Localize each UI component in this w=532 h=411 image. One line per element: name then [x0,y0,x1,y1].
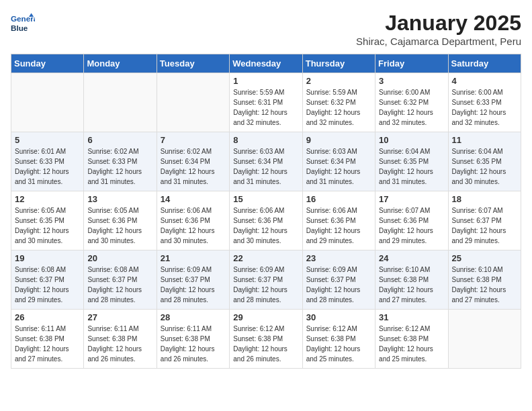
calendar-cell: 29 Sunrise: 6:12 AMSunset: 6:38 PMDaylig… [230,310,302,369]
calendar-table: SundayMondayTuesdayWednesdayThursdayFrid… [11,54,521,369]
day-detail: Sunrise: 6:04 AMSunset: 6:35 PMDaylight:… [452,146,517,187]
calendar-cell: 24 Sunrise: 6:10 AMSunset: 6:38 PMDaylig… [375,250,448,310]
calendar-cell: 8 Sunrise: 6:03 AMSunset: 6:34 PMDayligh… [230,132,302,191]
calendar-cell: 14 Sunrise: 6:06 AMSunset: 6:36 PMDaylig… [157,191,229,250]
calendar-cell: 23 Sunrise: 6:09 AMSunset: 6:37 PMDaylig… [302,250,375,310]
calendar-cell: 10 Sunrise: 6:04 AMSunset: 6:35 PMDaylig… [375,132,448,191]
day-detail: Sunrise: 6:11 AMSunset: 6:38 PMDaylight:… [15,324,80,364]
calendar-cell [157,73,229,132]
calendar-cell: 22 Sunrise: 6:09 AMSunset: 6:37 PMDaylig… [230,250,302,310]
day-detail: Sunrise: 6:09 AMSunset: 6:37 PMDaylight:… [233,265,298,305]
day-number: 9 [306,135,371,145]
day-number: 3 [379,76,444,86]
calendar-header-row: SundayMondayTuesdayWednesdayThursdayFrid… [11,54,521,73]
day-number: 31 [379,312,444,322]
calendar-cell: 26 Sunrise: 6:11 AMSunset: 6:38 PMDaylig… [11,310,84,369]
svg-text:Blue: Blue [11,24,28,32]
day-number: 5 [15,135,80,145]
header-day-saturday: Saturday [448,54,521,73]
day-detail: Sunrise: 6:03 AMSunset: 6:34 PMDaylight:… [306,146,371,187]
calendar-body: 1 Sunrise: 5:59 AMSunset: 6:31 PMDayligh… [11,73,521,369]
calendar-cell: 13 Sunrise: 6:05 AMSunset: 6:36 PMDaylig… [84,191,157,250]
day-detail: Sunrise: 6:06 AMSunset: 6:36 PMDaylight:… [233,205,298,246]
title-block: January 2025 Shirac, Cajamarca Departmen… [356,11,521,47]
calendar-cell: 5 Sunrise: 6:01 AMSunset: 6:33 PMDayligh… [11,132,84,191]
day-number: 30 [306,312,371,322]
calendar-week-3: 12 Sunrise: 6:05 AMSunset: 6:35 PMDaylig… [11,191,521,250]
day-detail: Sunrise: 6:05 AMSunset: 6:35 PMDaylight:… [15,205,80,246]
calendar-cell: 3 Sunrise: 6:00 AMSunset: 6:32 PMDayligh… [375,73,448,132]
day-number: 7 [161,135,226,145]
day-number: 11 [452,135,517,145]
day-number: 28 [161,312,226,322]
day-detail: Sunrise: 6:09 AMSunset: 6:37 PMDaylight:… [306,265,371,305]
calendar-cell: 18 Sunrise: 6:07 AMSunset: 6:37 PMDaylig… [448,191,521,250]
calendar-cell: 2 Sunrise: 5:59 AMSunset: 6:32 PMDayligh… [302,73,375,132]
calendar-cell: 28 Sunrise: 6:11 AMSunset: 6:38 PMDaylig… [157,310,229,369]
day-detail: Sunrise: 6:01 AMSunset: 6:33 PMDaylight:… [15,146,80,187]
calendar-week-5: 26 Sunrise: 6:11 AMSunset: 6:38 PMDaylig… [11,310,521,369]
calendar-cell: 21 Sunrise: 6:09 AMSunset: 6:37 PMDaylig… [157,250,229,310]
calendar-cell [448,310,521,369]
day-detail: Sunrise: 5:59 AMSunset: 6:32 PMDaylight:… [306,87,371,128]
day-number: 19 [15,253,80,263]
day-number: 1 [233,76,298,86]
day-number: 18 [452,194,517,204]
day-detail: Sunrise: 6:06 AMSunset: 6:36 PMDaylight:… [306,205,371,246]
day-detail: Sunrise: 6:07 AMSunset: 6:36 PMDaylight:… [379,205,444,246]
day-detail: Sunrise: 6:05 AMSunset: 6:36 PMDaylight:… [87,205,152,246]
logo: General Blue [11,11,38,35]
calendar-cell: 27 Sunrise: 6:11 AMSunset: 6:38 PMDaylig… [84,310,157,369]
day-number: 6 [87,135,152,145]
day-number: 29 [233,312,298,322]
day-detail: Sunrise: 6:08 AMSunset: 6:37 PMDaylight:… [87,265,152,305]
day-number: 27 [87,312,152,322]
day-number: 13 [87,194,152,204]
day-detail: Sunrise: 6:09 AMSunset: 6:37 PMDaylight:… [161,265,226,305]
calendar-week-1: 1 Sunrise: 5:59 AMSunset: 6:31 PMDayligh… [11,73,521,132]
calendar-cell: 30 Sunrise: 6:12 AMSunset: 6:38 PMDaylig… [302,310,375,369]
day-detail: Sunrise: 6:10 AMSunset: 6:38 PMDaylight:… [452,265,517,305]
calendar-cell: 7 Sunrise: 6:02 AMSunset: 6:34 PMDayligh… [157,132,229,191]
day-number: 21 [161,253,226,263]
day-detail: Sunrise: 6:02 AMSunset: 6:33 PMDaylight:… [87,146,152,187]
month-title: January 2025 [356,11,521,36]
day-detail: Sunrise: 6:02 AMSunset: 6:34 PMDaylight:… [161,146,226,187]
calendar-cell: 16 Sunrise: 6:06 AMSunset: 6:36 PMDaylig… [302,191,375,250]
day-detail: Sunrise: 6:06 AMSunset: 6:36 PMDaylight:… [161,205,226,246]
day-detail: Sunrise: 6:00 AMSunset: 6:33 PMDaylight:… [452,87,517,128]
calendar-cell: 17 Sunrise: 6:07 AMSunset: 6:36 PMDaylig… [375,191,448,250]
calendar-cell: 6 Sunrise: 6:02 AMSunset: 6:33 PMDayligh… [84,132,157,191]
day-detail: Sunrise: 6:03 AMSunset: 6:34 PMDaylight:… [233,146,298,187]
logo-icon: General Blue [11,11,35,35]
header-day-wednesday: Wednesday [230,54,302,73]
day-number: 24 [379,253,444,263]
calendar-cell: 20 Sunrise: 6:08 AMSunset: 6:37 PMDaylig… [84,250,157,310]
calendar-cell: 11 Sunrise: 6:04 AMSunset: 6:35 PMDaylig… [448,132,521,191]
day-detail: Sunrise: 6:12 AMSunset: 6:38 PMDaylight:… [379,324,444,364]
calendar-week-2: 5 Sunrise: 6:01 AMSunset: 6:33 PMDayligh… [11,132,521,191]
day-detail: Sunrise: 5:59 AMSunset: 6:31 PMDaylight:… [233,87,298,128]
day-number: 2 [306,76,371,86]
day-detail: Sunrise: 6:12 AMSunset: 6:38 PMDaylight:… [306,324,371,364]
day-number: 20 [87,253,152,263]
day-number: 26 [15,312,80,322]
day-number: 15 [233,194,298,204]
day-number: 23 [306,253,371,263]
calendar-cell: 25 Sunrise: 6:10 AMSunset: 6:38 PMDaylig… [448,250,521,310]
calendar-cell: 12 Sunrise: 6:05 AMSunset: 6:35 PMDaylig… [11,191,84,250]
header-day-tuesday: Tuesday [157,54,229,73]
header-day-thursday: Thursday [302,54,375,73]
header-day-monday: Monday [84,54,157,73]
day-detail: Sunrise: 6:12 AMSunset: 6:38 PMDaylight:… [233,324,298,364]
calendar-cell [11,73,84,132]
day-detail: Sunrise: 6:11 AMSunset: 6:38 PMDaylight:… [161,324,226,364]
day-number: 25 [452,253,517,263]
calendar-cell: 4 Sunrise: 6:00 AMSunset: 6:33 PMDayligh… [448,73,521,132]
day-number: 4 [452,76,517,86]
day-detail: Sunrise: 6:08 AMSunset: 6:37 PMDaylight:… [15,265,80,305]
calendar-cell: 31 Sunrise: 6:12 AMSunset: 6:38 PMDaylig… [375,310,448,369]
day-number: 17 [379,194,444,204]
header-day-friday: Friday [375,54,448,73]
day-detail: Sunrise: 6:10 AMSunset: 6:38 PMDaylight:… [379,265,444,305]
